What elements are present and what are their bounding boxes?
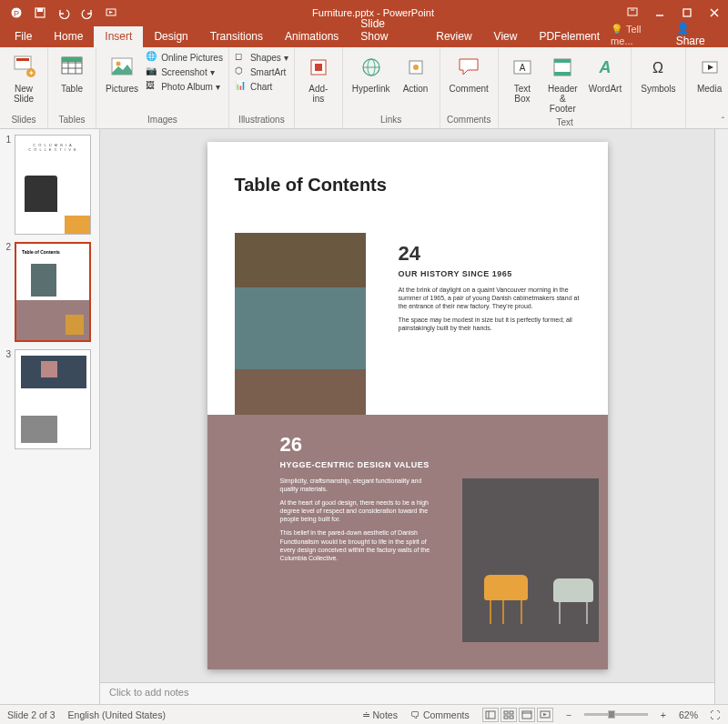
comment-button[interactable]: Comment: [446, 51, 492, 96]
menu-tabs: File Home Insert Design Transitions Anim…: [0, 25, 728, 47]
svg-point-21: [116, 62, 121, 66]
thumbnail-3[interactable]: [15, 349, 91, 449]
tab-transitions[interactable]: Transitions: [199, 26, 274, 47]
section-2-p3: This belief in the pared-down aesthetic …: [280, 528, 435, 561]
hyperlink-label: Hyperlink: [352, 84, 390, 94]
slide-canvas[interactable]: Table of Contents 24 OUR HISTORY SINCE 1…: [100, 129, 714, 682]
table-button[interactable]: Table: [54, 51, 90, 96]
wordart-label: WordArt: [589, 84, 622, 94]
undo-icon[interactable]: [55, 4, 73, 22]
tab-view[interactable]: View: [483, 26, 529, 47]
slideshow-view-icon[interactable]: [537, 708, 553, 722]
section-1-title: OUR HISTORY SINCE 1965: [399, 269, 581, 278]
textbox-icon: A: [508, 53, 537, 82]
new-slide-button[interactable]: ✦ New Slide: [5, 51, 42, 106]
media-button[interactable]: Media: [692, 51, 728, 96]
share-button[interactable]: 👤 Share: [676, 22, 721, 47]
slide[interactable]: Table of Contents 24 OUR HISTORY SINCE 1…: [207, 142, 608, 669]
group-tables: Tables: [59, 115, 86, 125]
tell-me-label: Tell me...: [611, 24, 641, 46]
svg-text:P: P: [14, 9, 19, 18]
wordart-button[interactable]: A WordArt: [585, 51, 626, 96]
slide-indicator[interactable]: Slide 2 of 3: [7, 709, 56, 720]
group-links: Links: [380, 115, 401, 125]
svg-point-28: [413, 65, 419, 70]
redo-icon[interactable]: [78, 4, 96, 22]
zoom-in[interactable]: +: [661, 709, 666, 720]
section-2-p2: At the heart of good design, there needs…: [280, 498, 435, 523]
language-indicator[interactable]: English (United States): [68, 709, 166, 720]
start-from-beginning-icon[interactable]: [102, 4, 120, 22]
save-icon[interactable]: [31, 4, 49, 22]
comments-toggle[interactable]: 🗨 Comments: [410, 709, 470, 720]
tab-insert[interactable]: Insert: [94, 26, 143, 47]
tab-design[interactable]: Design: [143, 26, 198, 47]
comment-icon: [454, 53, 483, 82]
zoom-out[interactable]: −: [566, 709, 571, 720]
thumbnail-1[interactable]: C O L U M B I AC O L L E C T I V E: [15, 135, 91, 235]
symbols-button[interactable]: Ω Symbols: [637, 51, 679, 96]
tab-slideshow[interactable]: Slide Show: [349, 14, 425, 47]
normal-view-icon[interactable]: [482, 708, 499, 722]
thumbnail-2[interactable]: Table of Contents: [15, 242, 91, 342]
tell-me[interactable]: 💡 Tell me...: [611, 24, 665, 46]
online-pictures-button[interactable]: 🌐Online Pictures: [146, 51, 223, 64]
textbox-label: Text Box: [514, 84, 531, 104]
tab-animations[interactable]: Animations: [274, 26, 349, 47]
screenshot-label: Screenshot: [161, 67, 207, 77]
addins-button[interactable]: Add- ins: [300, 51, 337, 106]
online-pictures-label: Online Pictures: [161, 53, 223, 63]
vertical-scrollbar[interactable]: [714, 129, 728, 704]
section-1-p2: The space may be modest in size but it i…: [399, 316, 581, 332]
app-icon[interactable]: P: [7, 4, 25, 22]
action-button[interactable]: Action: [398, 51, 434, 96]
tab-pdfelement[interactable]: PDFelement: [528, 26, 611, 47]
sofa-image: [235, 233, 366, 415]
smartart-button[interactable]: ⬡SmartArt: [235, 65, 288, 78]
tab-review[interactable]: Review: [425, 26, 482, 47]
tab-file[interactable]: File: [4, 26, 43, 47]
chart-label: Chart: [250, 82, 272, 92]
photo-album-button[interactable]: 🖼Photo Album ▾: [146, 80, 223, 93]
content-area: 1 C O L U M B I AC O L L E C T I V E 2 T…: [0, 129, 728, 704]
pictures-button[interactable]: Pictures: [102, 51, 142, 96]
smartart-label: SmartArt: [250, 67, 286, 77]
svg-text:Ω: Ω: [652, 60, 663, 75]
chart-button[interactable]: 📊Chart: [235, 80, 288, 93]
notes-pane[interactable]: Click to add notes: [100, 682, 714, 704]
svg-rect-39: [504, 711, 508, 714]
fit-to-window-icon[interactable]: ⛶: [711, 709, 721, 720]
group-images: Images: [147, 115, 177, 125]
svg-text:✦: ✦: [28, 69, 35, 77]
comment-label: Comment: [450, 84, 489, 94]
zoom-level[interactable]: 62%: [679, 709, 698, 720]
photo-album-label: Photo Album: [161, 82, 213, 92]
collapse-ribbon-icon[interactable]: ˆ: [722, 116, 724, 126]
tab-home[interactable]: Home: [43, 26, 94, 47]
textbox-button[interactable]: A Text Box: [504, 51, 541, 106]
group-illustrations: Illustrations: [238, 115, 285, 125]
status-bar: Slide 2 of 3 English (United States) ≐ N…: [0, 704, 728, 724]
group-slides: Slides: [11, 115, 35, 125]
svg-rect-3: [37, 8, 43, 12]
notes-toggle[interactable]: ≐ Notes: [362, 709, 398, 720]
slide-sorter-icon[interactable]: [500, 708, 517, 722]
table-label: Table: [61, 84, 83, 94]
comments-toggle-label: Comments: [423, 709, 470, 720]
svg-text:A: A: [598, 58, 611, 76]
reading-view-icon[interactable]: [519, 708, 535, 722]
group-text: Text: [556, 117, 572, 127]
zoom-slider[interactable]: [584, 713, 648, 716]
shapes-button[interactable]: ◻Shapes ▾: [235, 51, 288, 64]
svg-rect-41: [504, 716, 508, 719]
hyperlink-icon: [357, 53, 386, 82]
svg-rect-7: [683, 9, 691, 16]
svg-rect-37: [486, 711, 495, 719]
section-2: 26 HYGGE-CENTRIC DESIGN VALUES Simplicit…: [280, 433, 435, 568]
header-footer-button[interactable]: Header & Footer: [544, 51, 581, 116]
shapes-icon: ◻: [235, 51, 248, 64]
wordart-icon: A: [591, 53, 620, 82]
screenshot-button[interactable]: 📷Screenshot ▾: [146, 65, 223, 78]
hyperlink-button[interactable]: Hyperlink: [349, 51, 394, 96]
thumb-number: 1: [4, 135, 11, 145]
